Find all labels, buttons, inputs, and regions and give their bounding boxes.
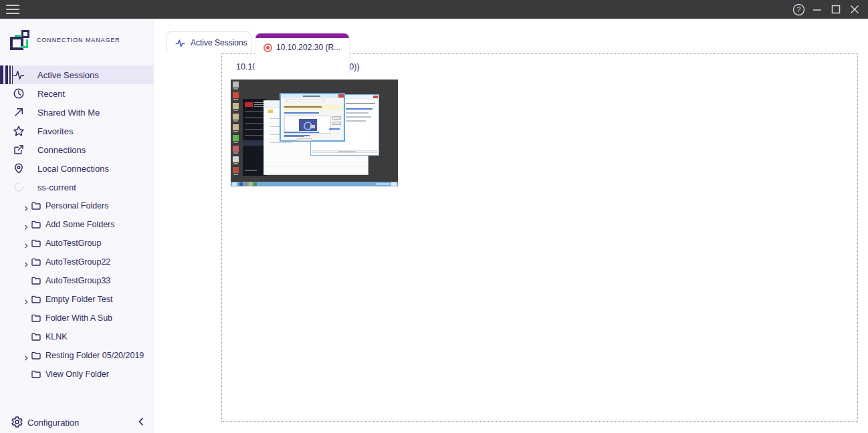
sidebar-item-label: Favorites xyxy=(37,126,73,136)
active-sessions-panel: 10.10.202.30 (RDP (1920x1080)) xyxy=(221,53,858,422)
chevron-right-icon[interactable] xyxy=(23,240,29,247)
sidebar-folder-autotestgroup22[interactable]: AutoTestGroup22 xyxy=(0,253,153,271)
chevron-right-icon[interactable] xyxy=(23,296,29,303)
chevron-left-icon[interactable] xyxy=(136,416,146,427)
folder-label: Empty Folder Test xyxy=(45,295,113,304)
folder-label: Personal Folders xyxy=(45,201,109,210)
gear-icon xyxy=(11,416,23,428)
folder-icon xyxy=(31,331,41,342)
folder-label: Folder With A Sub xyxy=(45,313,112,323)
folder-label: AutoTestGroup22 xyxy=(45,257,110,267)
folder-icon xyxy=(31,219,41,230)
folder-label: Add Some Folders xyxy=(45,220,115,229)
pulse-icon xyxy=(175,38,185,48)
sidebar-item-label: Shared With Me xyxy=(37,108,100,118)
tab-session-10-10-202-30[interactable]: 10.10.202.30 (R... xyxy=(255,33,350,75)
folder-icon xyxy=(31,257,41,267)
desktop-icon xyxy=(233,92,239,98)
folder-icon xyxy=(31,350,41,361)
tab-accent-bar xyxy=(255,33,349,38)
sidebar-folder-autotestgroup33[interactable]: AutoTestGroup33 xyxy=(0,271,153,290)
connection-manager-window: ? CONNECTION MANAGER xyxy=(0,0,868,433)
folder-icon xyxy=(31,313,41,323)
minimize-icon[interactable] xyxy=(808,1,827,17)
external-link-icon xyxy=(13,144,25,156)
maximize-icon[interactable] xyxy=(827,1,845,17)
hamburger-menu-icon[interactable] xyxy=(6,5,19,14)
logo-icon xyxy=(10,30,30,50)
desktop-icon xyxy=(233,146,239,152)
tab-active-sessions[interactable]: Active Sessions xyxy=(166,31,251,53)
recording-icon xyxy=(263,43,272,52)
chevron-right-icon[interactable] xyxy=(23,259,29,265)
configuration-label: Configuration xyxy=(27,418,79,428)
sidebar-item-recent[interactable]: Recent xyxy=(0,84,153,103)
sidebar-nav: Active Sessions Recent Shared With Me Fa… xyxy=(0,65,153,384)
chevron-right-icon[interactable] xyxy=(23,352,29,359)
help-icon[interactable]: ? xyxy=(789,1,808,17)
chevron-right-icon[interactable] xyxy=(23,221,29,228)
pulse-icon xyxy=(13,69,25,81)
app-logo: CONNECTION MANAGER xyxy=(10,30,120,50)
folder-label: AutoTestGroup33 xyxy=(45,276,110,285)
sidebar-item-connections[interactable]: Connections xyxy=(0,140,153,159)
sidebar-folder-klnk[interactable]: KLNK xyxy=(0,327,153,346)
sidebar-item-active-sessions[interactable]: Active Sessions xyxy=(0,65,153,84)
desktop-icon xyxy=(233,103,239,109)
logo-text: CONNECTION MANAGER xyxy=(37,37,120,43)
sidebar-item-label: Active Sessions xyxy=(37,70,99,80)
sidebar-item-label: Recent xyxy=(37,89,65,99)
clock-icon xyxy=(13,88,25,100)
tab-label: Active Sessions xyxy=(191,38,247,47)
sidebar-folder-resting-folder[interactable]: Resting Folder 05/20/2019 xyxy=(0,346,153,365)
close-icon[interactable] xyxy=(845,1,864,17)
titlebar: ? xyxy=(0,0,868,19)
folder-label: Resting Folder 05/20/2019 xyxy=(45,351,144,360)
main-content: Active Sessions 10.10.202.30 (R... 10.10… xyxy=(154,19,868,433)
folder-icon xyxy=(31,200,41,211)
session-thumbnail[interactable] xyxy=(231,80,398,186)
sidebar-folder-autotestgroup[interactable]: AutoTestGroup xyxy=(0,234,153,253)
star-icon xyxy=(13,125,25,137)
thumb-dialog-window xyxy=(280,93,345,142)
sidebar-item-shared-with-me[interactable]: Shared With Me xyxy=(0,103,153,122)
thumb-start-menu xyxy=(243,99,266,176)
selection-indicator xyxy=(0,65,13,84)
sidebar-item-label: ss-current xyxy=(37,182,76,192)
chevron-right-icon[interactable] xyxy=(23,202,29,209)
desktop-icon xyxy=(233,167,239,173)
sidebar-item-ss-current[interactable]: ss-current xyxy=(0,178,153,196)
folder-icon xyxy=(31,238,41,249)
svg-text:?: ? xyxy=(796,5,800,13)
desktop-icon xyxy=(233,82,239,88)
window-controls: ? xyxy=(789,1,864,17)
folder-icon xyxy=(31,275,41,286)
folder-label: View Only Folder xyxy=(45,370,109,379)
desktop-icon xyxy=(233,114,239,120)
sidebar-item-label: Local Connections xyxy=(37,164,109,174)
tab-label: 10.10.202.30 (R... xyxy=(276,43,340,52)
desktop-icon xyxy=(233,156,239,162)
desktop-icon xyxy=(233,135,239,141)
sidebar: CONNECTION MANAGER Active Sessions Recen… xyxy=(0,19,154,433)
sidebar-folder-personal-folders[interactable]: Personal Folders xyxy=(0,196,153,215)
sidebar-item-favorites[interactable]: Favorites xyxy=(0,122,153,140)
desktop-icon xyxy=(233,124,239,130)
folder-label: AutoTestGroup xyxy=(45,239,101,248)
sidebar-folder-view-only-folder[interactable]: View Only Folder xyxy=(0,365,153,384)
configuration-button[interactable]: Configuration xyxy=(0,413,153,432)
sidebar-item-local-connections[interactable]: Local Connections xyxy=(0,159,153,178)
folder-icon xyxy=(31,294,41,305)
sidebar-folder-folder-with-a-sub[interactable]: Folder With A Sub xyxy=(0,309,153,327)
sidebar-folder-empty-folder-test[interactable]: Empty Folder Test xyxy=(0,290,153,309)
arrow-up-right-icon xyxy=(13,106,25,118)
sidebar-item-label: Connections xyxy=(37,145,86,155)
sidebar-folder-add-some-folders[interactable]: Add Some Folders xyxy=(0,215,153,234)
folder-icon xyxy=(31,369,41,380)
location-pin-icon xyxy=(13,162,25,174)
folder-label: KLNK xyxy=(45,332,68,341)
thumb-taskbar xyxy=(231,182,398,186)
faded-site-icon xyxy=(13,181,25,193)
